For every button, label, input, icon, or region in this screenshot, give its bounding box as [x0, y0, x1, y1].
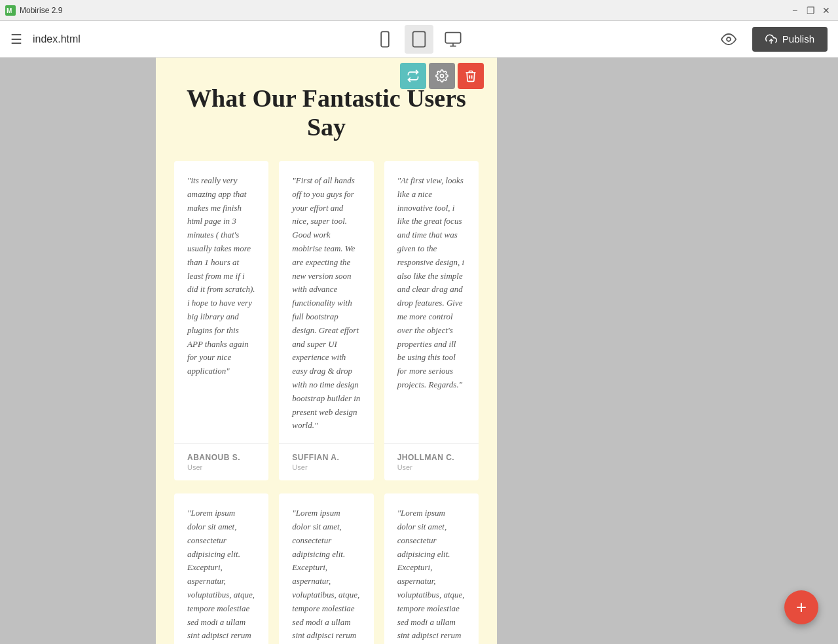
title-bar: M Mobirise 2.9 − ❐ ✕ — [0, 0, 838, 21]
close-button[interactable]: ✕ — [820, 4, 833, 17]
quote-2: "First of all hands off to you guys for … — [292, 174, 360, 433]
svg-rect-6 — [445, 32, 460, 43]
section-title: What Our Fantastic Users Say — [169, 84, 484, 141]
card-body-4: "Lorem ipsum dolor sit amet, consectetur… — [174, 493, 268, 644]
quote-1: "its really very amazing app that makes … — [187, 174, 255, 378]
add-block-fab[interactable]: + — [784, 590, 818, 624]
svg-point-11 — [441, 75, 444, 78]
right-panel — [497, 58, 838, 644]
card-body-6: "Lorem ipsum dolor sit amet, consectetur… — [384, 493, 479, 644]
svg-point-9 — [727, 37, 731, 41]
reviewer-name-1: ABANOUB S. — [187, 453, 255, 462]
tablet-view-button[interactable] — [405, 25, 433, 54]
testimonial-card-1: "its really very amazing app that makes … — [174, 161, 268, 480]
quote-6: "Lorem ipsum dolor sit amet, consectetur… — [397, 507, 465, 644]
card-body-3: "At first view, looks like a nice innova… — [384, 161, 479, 443]
testimonial-card-6: "Lorem ipsum dolor sit amet, consectetur… — [384, 493, 479, 644]
publish-label: Publish — [782, 33, 814, 45]
app-title: Mobirise 2.9 — [20, 6, 788, 15]
settings-block-button[interactable] — [429, 63, 455, 89]
testimonials-grid-row2: "Lorem ipsum dolor sit amet, consectetur… — [169, 493, 484, 644]
card-body-2: "First of all hands off to you guys for … — [279, 161, 373, 443]
reviewer-role-2: User — [292, 463, 360, 471]
left-panel — [0, 58, 156, 644]
svg-rect-4 — [413, 31, 426, 46]
toolbar-right: Publish — [716, 26, 828, 52]
publish-button[interactable]: Publish — [752, 27, 828, 52]
testimonial-card-5: "Lorem ipsum dolor sit amet, consectetur… — [279, 493, 373, 644]
quote-4: "Lorem ipsum dolor sit amet, consectetur… — [187, 507, 255, 644]
app-icon: M — [5, 5, 16, 16]
window-controls: − ❐ ✕ — [788, 4, 833, 17]
reviewer-name-2: SUFFIAN A. — [292, 453, 360, 462]
maximize-button[interactable]: ❐ — [804, 4, 817, 17]
mobile-view-button[interactable] — [371, 25, 399, 54]
card-footer-3: JHOLLMAN C. User — [384, 443, 479, 480]
menu-icon[interactable]: ☰ — [10, 31, 22, 47]
card-footer-2: SUFFIAN A. User — [279, 443, 373, 480]
testimonial-card-3: "At first view, looks like a nice innova… — [384, 161, 479, 480]
minimize-button[interactable]: − — [788, 4, 801, 17]
device-switcher — [371, 25, 467, 54]
reviewer-role-1: User — [187, 463, 255, 471]
svg-rect-2 — [381, 31, 389, 46]
delete-block-button[interactable] — [458, 63, 484, 89]
swap-block-button[interactable] — [400, 63, 426, 89]
testimonial-card-2: "First of all hands off to you guys for … — [279, 161, 373, 480]
card-body-5: "Lorem ipsum dolor sit amet, consectetur… — [279, 493, 373, 644]
canvas-area: What Our Fantastic Users Say "its really… — [0, 58, 838, 644]
section-actions — [400, 63, 484, 89]
quote-3: "At first view, looks like a nice innova… — [397, 174, 465, 392]
card-footer-1: ABANOUB S. User — [174, 443, 268, 480]
testimonials-grid-row1: "its really very amazing app that makes … — [169, 161, 484, 493]
preview-button[interactable] — [716, 26, 742, 52]
quote-5: "Lorem ipsum dolor sit amet, consectetur… — [292, 507, 360, 644]
app-toolbar: ☰ index.html — [0, 21, 838, 58]
card-body-1: "its really very amazing app that makes … — [174, 161, 268, 443]
center-panel: What Our Fantastic Users Say "its really… — [156, 58, 497, 644]
testimonial-card-4: "Lorem ipsum dolor sit amet, consectetur… — [174, 493, 268, 644]
svg-text:M: M — [7, 7, 12, 14]
desktop-view-button[interactable] — [439, 25, 467, 54]
reviewer-name-3: JHOLLMAN C. — [397, 453, 465, 462]
page-section: What Our Fantastic Users Say "its really… — [156, 58, 497, 644]
reviewer-role-3: User — [397, 463, 465, 471]
